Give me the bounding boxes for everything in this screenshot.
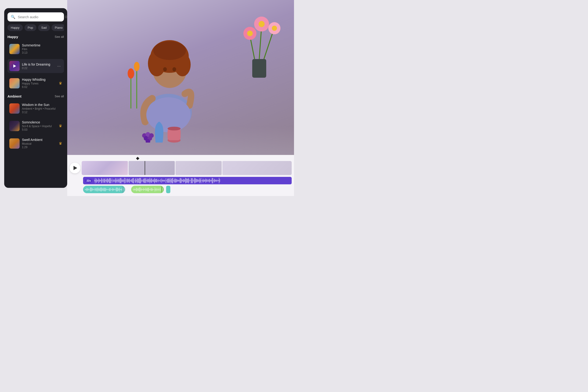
section-ambient-see-all[interactable]: See all [54, 94, 64, 98]
track-meta-wisdom: Ambient • Bright • Peaceful [22, 107, 62, 110]
track-name-whistling: Happy Whistling [22, 78, 56, 82]
track-duration-whistling: 6:02 [22, 86, 56, 89]
svg-rect-14 [252, 59, 266, 78]
track-swell[interactable]: Swell Ambient Musical 1:29 ♛ [8, 136, 64, 151]
audio-tracks: 22s [67, 177, 294, 193]
svg-point-21 [258, 21, 264, 27]
svg-point-6 [153, 41, 186, 60]
teal-audio-track[interactable] [83, 186, 125, 193]
search-icon: 🔍 [11, 15, 16, 19]
video-thumb-2 [128, 161, 175, 175]
crown-icon-whistling: ♛ [59, 81, 62, 86]
flowers-decoration [234, 8, 290, 78]
track-info-dreaming: Life is for Dreaming 0:22 [22, 62, 54, 70]
play-triangle-icon [74, 166, 77, 170]
track-info-wisdom: Wisdom in the Sun Ambient • Bright • Pea… [22, 103, 62, 114]
video-thumb-4 [222, 161, 292, 175]
chip-pop[interactable]: Pop [24, 24, 36, 31]
pink-jar [167, 124, 181, 142]
playhead-line [145, 161, 145, 175]
svg-point-8 [172, 67, 176, 72]
audio-panel: 🔍 ⚙ Happy Pop Sad Piano Jazz Bi› Happy S… [4, 8, 67, 188]
track-info-summertime: Summertime Film 3:13 [22, 44, 62, 54]
track-meta-somnolence: Sci-fi & Space • Hopeful [22, 124, 56, 128]
video-background [67, 0, 294, 155]
video-preview [67, 0, 294, 155]
teal-end-piece [166, 186, 170, 193]
track-name-dreaming: Life is for Dreaming [22, 62, 54, 66]
video-thumb-1 [82, 161, 128, 175]
chip-piano[interactable]: Piano [52, 24, 64, 31]
track-wisdom[interactable]: Wisdom in the Sun Ambient • Bright • Pea… [8, 101, 64, 116]
svg-point-19 [247, 30, 253, 36]
play-button[interactable] [70, 163, 80, 173]
track-name-wisdom: Wisdom in the Sun [22, 103, 62, 107]
filter-icon[interactable]: ⚙ [64, 15, 67, 19]
track-name-summertime: Summertime [22, 44, 62, 47]
track-meta-whistling: Happy Tunes [22, 82, 56, 85]
green-waveform [133, 187, 162, 192]
chip-happy[interactable]: Happy [8, 24, 23, 31]
play-overlay-dreaming [9, 61, 20, 71]
track-thumb-swell [9, 138, 20, 149]
svg-line-17 [264, 31, 273, 59]
svg-point-7 [163, 67, 167, 72]
svg-point-23 [272, 26, 277, 31]
track-thumb-summertime [9, 44, 20, 54]
track-duration-summertime: 3:13 [22, 51, 62, 54]
secondary-audio-track-row [70, 186, 292, 193]
track-meta-summertime: Film [22, 48, 62, 51]
section-happy-see-all[interactable]: See all [54, 35, 64, 38]
track-meta-swell: Musical [22, 142, 56, 145]
track-name-somnolence: Somnolence [22, 120, 56, 124]
teal-waveform [85, 187, 123, 192]
track-duration-dreaming: 0:22 [22, 66, 54, 70]
timeline-section: 22s [67, 155, 294, 196]
track-thumb-whistling [9, 78, 20, 88]
track-whistling[interactable]: Happy Whistling Happy Tunes 6:02 ♛ [8, 76, 64, 90]
svg-point-13 [134, 62, 140, 71]
track-duration-somnolence: 5:03 [22, 128, 56, 131]
track-info-swell: Swell Ambient Musical 1:29 [22, 138, 56, 149]
search-bar[interactable]: 🔍 ⚙ [8, 12, 64, 22]
track-thumb-somnolence [9, 121, 20, 131]
teal-track-handle[interactable] [122, 186, 125, 193]
track-info-somnolence: Somnolence Sci-fi & Space • Hopeful 5:03 [22, 120, 56, 131]
purple-waveform [94, 178, 290, 184]
thumb-strip [67, 161, 294, 175]
playhead-diamond [136, 157, 139, 160]
video-thumb-3 [176, 161, 222, 175]
video-thumb-strip [82, 161, 292, 175]
grapes-decoration [140, 128, 156, 142]
tulips-decoration [124, 62, 145, 108]
purple-audio-track[interactable]: 22s [83, 177, 292, 184]
section-happy-header: Happy See all [8, 35, 64, 39]
secondary-tracks [83, 186, 292, 193]
track-somnolence[interactable]: Somnolence Sci-fi & Space • Hopeful 5:03… [8, 118, 64, 133]
green-track-handle[interactable] [161, 186, 164, 193]
track-summertime[interactable]: Summertime Film 3:13 [8, 42, 64, 56]
track-thumb-dreaming [9, 61, 20, 71]
play-triangle-icon [13, 64, 16, 68]
track-info-whistling: Happy Whistling Happy Tunes 6:02 [22, 78, 56, 89]
svg-point-12 [128, 68, 134, 79]
crown-icon-somnolence: ♛ [59, 124, 62, 128]
track-duration-swell: 1:29 [22, 146, 56, 149]
track-thumb-wisdom [9, 103, 20, 114]
track-more-dreaming[interactable]: ··· [56, 63, 62, 70]
genre-chips: Happy Pop Sad Piano Jazz Bi› [8, 24, 64, 31]
chip-sad[interactable]: Sad [38, 24, 50, 31]
main-audio-track-row: 22s [70, 177, 292, 184]
svg-point-26 [168, 127, 180, 130]
track-duration-wisdom: 3:12 [22, 110, 62, 114]
section-ambient-title: Ambient [8, 94, 22, 98]
track-time-badge: 22s [85, 179, 92, 182]
green-audio-track[interactable] [131, 186, 164, 193]
track-dreaming[interactable]: Life is for Dreaming 0:22 ··· [8, 59, 64, 73]
track-name-swell: Swell Ambient [22, 138, 56, 142]
right-panel: 22s [67, 0, 294, 196]
section-ambient-header: Ambient See all [8, 94, 64, 98]
section-happy-title: Happy [8, 35, 18, 39]
crown-icon-swell: ♛ [59, 141, 62, 146]
search-input[interactable] [18, 15, 62, 19]
